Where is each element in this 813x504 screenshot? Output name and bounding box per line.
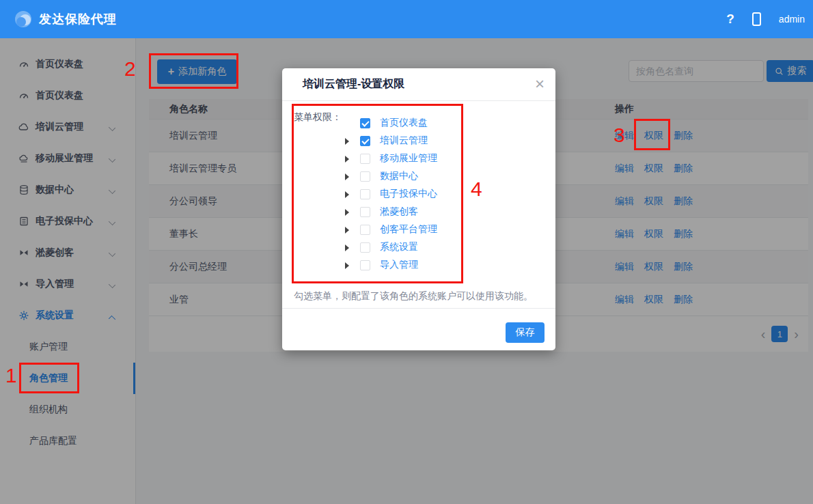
checkbox-8[interactable] xyxy=(360,260,370,270)
user-menu[interactable]: admin xyxy=(779,14,805,25)
modal-title: 培训云管理-设置权限 xyxy=(303,77,404,92)
tree-item-3: 数据中心 xyxy=(282,168,555,186)
mobile-icon[interactable] xyxy=(752,12,761,26)
checkbox-4[interactable] xyxy=(360,189,370,199)
save-button[interactable]: 保存 xyxy=(506,322,545,343)
tree-expand-icon[interactable] xyxy=(345,227,349,234)
app-logo-icon xyxy=(15,11,31,27)
tree-item-8: 导入管理 xyxy=(282,257,555,275)
checkbox-3[interactable] xyxy=(360,171,370,182)
page: 发达保险代理 ? admin 首页仪表盘首页仪表盘培训云管理移动展业管理数据中心… xyxy=(0,0,813,504)
checkbox-checked-0[interactable] xyxy=(360,118,370,128)
app-title: 发达保险代理 xyxy=(39,0,117,38)
tree-expand-icon[interactable] xyxy=(345,244,349,251)
tree-item-label[interactable]: 淞菱创客 xyxy=(380,206,418,218)
tree-item-label[interactable]: 电子投保中心 xyxy=(380,188,437,200)
tree-item-label[interactable]: 培训云管理 xyxy=(380,135,428,147)
tree-item-0: 首页仪表盘 xyxy=(282,115,555,132)
close-icon[interactable]: × xyxy=(535,74,545,94)
tree-item-label[interactable]: 导入管理 xyxy=(380,259,418,271)
tree-item-label[interactable]: 创客平台管理 xyxy=(380,223,437,236)
top-header: 发达保险代理 ? admin xyxy=(0,0,813,38)
tree-item-5: 淞菱创客 xyxy=(282,204,555,221)
modal-footer: 保存 xyxy=(282,308,555,350)
help-icon[interactable]: ? xyxy=(726,12,734,27)
tree-item-2: 移动展业管理 xyxy=(282,150,555,168)
tree-item-1: 培训云管理 xyxy=(282,132,555,150)
tree-expand-icon[interactable] xyxy=(345,138,349,145)
tree-expand-icon[interactable] xyxy=(345,209,349,216)
tree-item-7: 系统设置 xyxy=(282,239,555,257)
tree-item-4: 电子投保中心 xyxy=(282,186,555,204)
tree-item-label[interactable]: 数据中心 xyxy=(380,170,418,182)
checkbox-7[interactable] xyxy=(360,242,370,253)
modal-note: 勾选菜单，则配置了该角色的系统账户可以使用该功能。 xyxy=(294,290,544,303)
tree-item-label[interactable]: 首页仪表盘 xyxy=(380,117,428,129)
set-permission-modal: 培训云管理-设置权限 × 菜单权限： 首页仪表盘培训云管理移动展业管理数据中心电… xyxy=(282,68,555,350)
tree-expand-icon[interactable] xyxy=(345,262,349,269)
tree-expand-icon[interactable] xyxy=(345,191,349,198)
header-right: ? admin xyxy=(726,0,813,38)
tree-item-6: 创客平台管理 xyxy=(282,221,555,239)
tree-item-label[interactable]: 系统设置 xyxy=(380,241,418,253)
checkbox-6[interactable] xyxy=(360,225,370,235)
modal-header: 培训云管理-设置权限 × xyxy=(282,68,555,101)
checkbox-5[interactable] xyxy=(360,207,370,217)
tree-expand-icon[interactable] xyxy=(345,173,349,180)
tree-expand-icon[interactable] xyxy=(345,156,349,163)
checkbox-checked-1[interactable] xyxy=(360,136,370,146)
tree-item-label[interactable]: 移动展业管理 xyxy=(380,152,437,165)
checkbox-2[interactable] xyxy=(360,154,370,164)
